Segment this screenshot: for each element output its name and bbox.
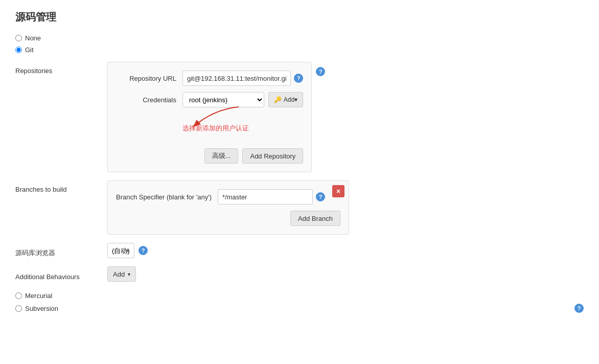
radio-git-input[interactable] <box>15 47 22 53</box>
radio-mercurial-label: Mercurial <box>25 292 52 300</box>
source-browser-select-wrapper: (自动) ▼ <box>107 243 134 258</box>
mercurial-row: Mercurial <box>15 292 584 300</box>
radio-mercurial-input[interactable] <box>15 292 22 299</box>
additional-behaviours-section: Additional Behaviours Add ▾ <box>15 266 584 282</box>
add-label: Add▾ <box>284 96 297 103</box>
bottom-options: Mercurial Subversion ? <box>15 292 584 313</box>
subversion-help-icon[interactable]: ? <box>574 304 584 313</box>
repos-wrapper: Repository URL ? Credentials root (jenki… <box>107 62 325 172</box>
repository-url-input[interactable] <box>182 71 291 86</box>
annotation-area: 选择新添加的用户认证 <box>116 113 303 144</box>
subversion-row: Subversion ? <box>15 304 584 313</box>
add-branch-button[interactable]: Add Branch <box>290 211 340 226</box>
branch-close-button[interactable]: × <box>332 185 344 197</box>
radio-mercurial[interactable]: Mercurial <box>15 292 52 300</box>
branches-section-row: Branches to build × Branch Specifier (bl… <box>15 180 584 235</box>
additional-behaviours-label: Additional Behaviours <box>15 268 107 281</box>
repositories-section-row: Repositories Repository URL ? Credential… <box>15 62 584 172</box>
repositories-label: Repositories <box>15 62 107 75</box>
radio-none[interactable]: None <box>15 34 584 42</box>
radio-subversion-input[interactable] <box>15 305 22 312</box>
credentials-label: Credentials <box>116 96 182 104</box>
branch-specifier-input[interactable] <box>218 189 313 204</box>
additional-add-button[interactable]: Add ▾ <box>107 266 136 282</box>
source-browser-section-row: 源码库浏览器 (自动) ▼ ? <box>15 243 584 258</box>
chevron-down-icon: ▾ <box>128 271 130 277</box>
branches-inner: × Branch Specifier (blank for 'any') ? A… <box>107 180 349 235</box>
page-container: 源码管理 None Git Repositories Repository UR… <box>0 0 599 323</box>
repository-url-label: Repository URL <box>116 75 182 82</box>
source-browser-help-icon[interactable]: ? <box>139 246 148 255</box>
radio-subversion-label: Subversion <box>25 305 58 312</box>
additional-behaviours-controls: Add ▾ <box>107 266 136 282</box>
source-browser-wrapper: (自动) ▼ ? <box>107 243 148 258</box>
annotation-text: 选择新添加的用户认证 <box>182 124 249 133</box>
branch-specifier-row: Branch Specifier (blank for 'any') ? <box>116 189 340 204</box>
advanced-button[interactable]: 高级... <box>204 148 239 164</box>
radio-subversion[interactable]: Subversion <box>15 305 58 312</box>
add-btn-label: Add <box>113 270 125 278</box>
repositories-help-icon[interactable]: ? <box>316 67 325 76</box>
source-browser-select[interactable]: (自动) <box>107 243 134 258</box>
key-icon: 🔑 <box>274 96 282 103</box>
radio-none-label: None <box>25 34 41 42</box>
page-title: 源码管理 <box>15 10 584 24</box>
branches-actions: Add Branch <box>116 211 340 226</box>
branches-content: × Branch Specifier (blank for 'any') ? A… <box>107 180 349 235</box>
repository-url-help-icon[interactable]: ? <box>294 74 303 83</box>
radio-git-label: Git <box>25 46 34 54</box>
branch-specifier-label: Branch Specifier (blank for 'any') <box>116 193 218 201</box>
radio-none-input[interactable] <box>15 35 22 41</box>
branches-label: Branches to build <box>15 180 107 193</box>
credentials-add-button[interactable]: 🔑 Add▾ <box>268 92 303 107</box>
repository-url-row: Repository URL ? <box>116 71 303 86</box>
radio-git[interactable]: Git <box>15 46 584 54</box>
repositories-actions: 高级... Add Repository <box>116 148 303 164</box>
repos-inner: Repository URL ? Credentials root (jenki… <box>107 62 312 172</box>
repositories-content: Repository URL ? Credentials root (jenki… <box>107 62 312 172</box>
branches-wrapper: × Branch Specifier (blank for 'any') ? A… <box>107 180 366 235</box>
scm-options: None Git <box>15 34 584 54</box>
branch-specifier-help-icon[interactable]: ? <box>316 192 325 201</box>
source-browser-label: 源码库浏览器 <box>15 243 107 258</box>
add-repository-button[interactable]: Add Repository <box>242 148 303 164</box>
